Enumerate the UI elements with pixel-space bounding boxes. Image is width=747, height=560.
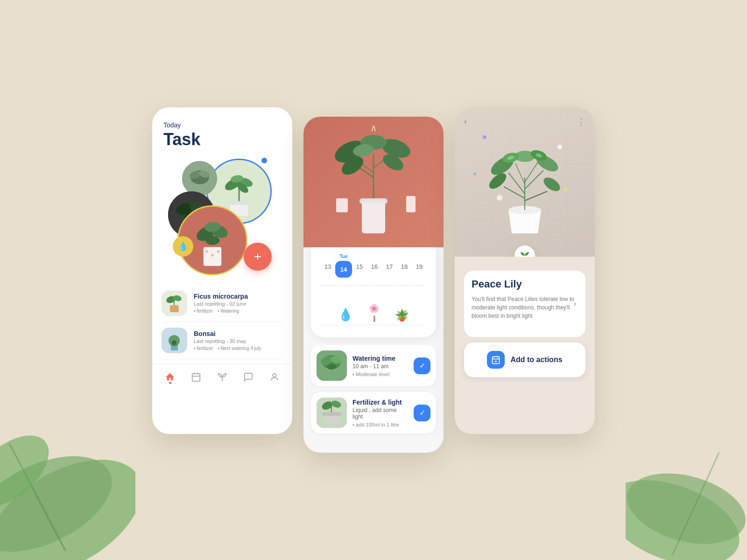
task-thumb-fertilizer (317, 398, 347, 428)
more-options-button[interactable]: ⋮ (577, 117, 585, 127)
task-level-fertilizer: add 100ml in 1 litre (352, 422, 408, 427)
task-name-watering: Watering time (352, 355, 408, 362)
indicator-18-pot: 🪴 (395, 303, 409, 322)
day-col-14[interactable]: Tue 14 (335, 254, 352, 278)
svg-point-25 (205, 236, 220, 245)
plant-detail-name: Peace Lily (472, 278, 578, 290)
add-actions-icon (487, 351, 505, 369)
plant-item-1[interactable]: Ficus microcarpa Last repotting - 02 jun… (162, 285, 283, 322)
screen-today-task: Today Task (152, 107, 292, 434)
calendar-days: 13 Tue 14 15 16 17 (320, 254, 427, 278)
nav-active-dot (169, 382, 171, 384)
task-check-watering[interactable]: ✓ (414, 357, 430, 374)
bg-leaf-left (0, 387, 135, 560)
task-check-fertilizer[interactable]: ✓ (414, 405, 430, 421)
indicator-16-red: 🌸 (367, 303, 381, 322)
nav-home[interactable] (165, 372, 175, 382)
calendar-indicators: 💧 🌸 🪴 (320, 289, 427, 322)
water-badge: 💧 (173, 236, 193, 257)
svg-point-58 (327, 364, 336, 370)
back-button[interactable]: ‹ (464, 117, 467, 126)
day-col-18: 18 (397, 261, 412, 270)
plant-detail-top: ‹ ⋮ (455, 107, 595, 257)
task-level-watering: Moderate level (352, 371, 408, 377)
screen-calendar: ∧ July 2020 ▾ 13 Tue 14 (303, 117, 444, 453)
task-card-fertilizer[interactable]: Fertilizer & light Liquid , add some lig… (311, 392, 436, 434)
nav-chat[interactable] (243, 372, 254, 382)
calendar-top-image: ∧ (303, 117, 444, 247)
plant-sub-2: Last repotting - 30 may (194, 338, 261, 344)
screen-plant-detail: ‹ ⋮ Peace Lily You'll find that Peace Li… (455, 107, 595, 434)
plant-name-1: Ficus microcarpa (194, 293, 248, 300)
svg-point-19 (205, 250, 208, 253)
svg-rect-27 (170, 305, 179, 312)
svg-rect-40 (362, 201, 385, 233)
plant-tag-1-0: fertilizer (194, 308, 213, 314)
add-to-actions-button[interactable]: Add to actions (464, 343, 585, 377)
plant-tag-1-1: Watering (218, 308, 239, 314)
plant-tag-2-1: Next watering 4 july (218, 346, 261, 351)
day-col-13: 13 (320, 261, 335, 270)
svg-point-34 (172, 340, 176, 345)
plant-tag-2-0: fertilizer (194, 346, 213, 351)
svg-rect-83 (493, 357, 500, 364)
svg-point-39 (273, 374, 276, 377)
task-time-watering: 10 am - 11 am (352, 363, 408, 370)
plant-detail-chevron[interactable]: › (574, 300, 576, 308)
nav-calendar[interactable] (191, 372, 201, 382)
svg-point-20 (211, 254, 214, 257)
plant-thumb-1 (162, 290, 187, 316)
nav-profile[interactable] (269, 372, 280, 382)
svg-rect-61 (322, 412, 341, 416)
day-col-17: 17 (382, 261, 397, 270)
task-card-watering[interactable]: Watering time 10 am - 11 am Moderate lev… (311, 345, 436, 386)
plant-info-card: Peace Lily You'll find that Peace Lilies… (464, 271, 585, 337)
task-title: Task (163, 130, 281, 149)
indicator-14-water: 💧 (338, 303, 353, 322)
plant-list: Ficus microcarpa Last repotting - 02 jun… (152, 285, 292, 359)
task-time-fertilizer: Liquid , add some light (352, 407, 408, 420)
plants-circle-area: 💧 + (163, 154, 281, 285)
day-col-15: 15 (352, 261, 367, 270)
plant-sub-1: Last repotting - 02 june (194, 301, 248, 307)
plant-detail-desc: You'll find that Peace Lilies tolerate l… (472, 295, 578, 320)
plant-item-2[interactable]: Bonsai Last repotting - 30 may fertilize… (162, 322, 283, 359)
svg-line-45 (359, 168, 374, 177)
svg-rect-2 (228, 201, 250, 205)
svg-rect-52 (336, 198, 348, 212)
plant-name-2: Bonsai (194, 330, 261, 337)
day-col-19: 19 (412, 261, 427, 270)
task-info-fertilizer: Fertilizer & light Liquid , add some lig… (352, 399, 408, 427)
plant-circle-sm1 (182, 161, 217, 196)
plant-thumb-2 (162, 328, 187, 353)
bg-leaf-right (626, 406, 747, 560)
svg-rect-53 (406, 196, 416, 212)
svg-rect-41 (359, 198, 388, 204)
add-actions-label: Add to actions (510, 356, 562, 364)
water-dot-indicator (261, 158, 267, 163)
task-info-watering: Watering time 10 am - 11 am Moderate lev… (352, 355, 408, 377)
nav-plant[interactable] (217, 372, 227, 382)
task-cards: Watering time 10 am - 11 am Moderate lev… (303, 345, 444, 441)
svg-rect-35 (192, 374, 200, 382)
svg-point-21 (217, 250, 220, 253)
water-drop-icon: 💧 (178, 241, 188, 252)
today-label: Today (163, 121, 281, 129)
plant-detail-content: Peace Lily You'll find that Peace Lilies… (455, 257, 595, 386)
day-col-16: 16 (367, 261, 382, 270)
task-thumb-watering (317, 350, 347, 381)
task-name-fertilizer: Fertilizer & light (352, 399, 408, 406)
bottom-nav (152, 364, 292, 387)
add-plant-button[interactable]: + (244, 243, 272, 271)
water-drop-blue-icon: 💧 (338, 308, 353, 322)
